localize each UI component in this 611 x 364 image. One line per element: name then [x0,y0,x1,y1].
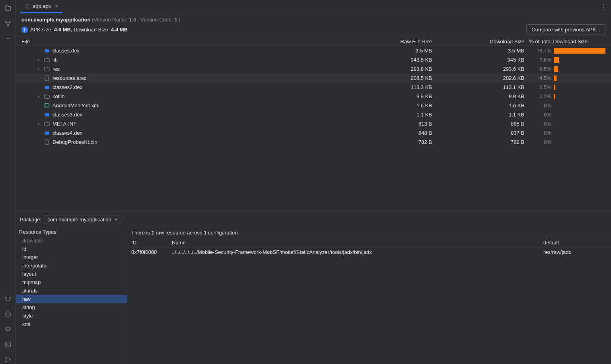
pct-value: 0% [527,130,551,136]
pct-value: 0% [527,103,551,108]
raw-size: 343.5 KB [337,57,440,63]
folder-icon [44,121,50,127]
file-name: META-INF [53,121,76,127]
vcs-icon[interactable] [4,355,12,364]
tab-label: app.apk [33,3,51,9]
resource-type-item[interactable]: layout [16,270,127,278]
resource-type-item[interactable]: mipmap [16,278,127,287]
pct-bar [551,112,607,118]
close-icon[interactable]: ✕ [55,4,58,9]
raw-size: 208.5 KB [337,75,440,81]
download-size: 3.5 MB [440,48,527,54]
pct-bar [551,57,607,63]
pct-value: 4.5% [527,75,551,81]
resource-type-item[interactable]: plurals [16,287,127,295]
download-size: 885 B [440,121,527,127]
arsc-icon [44,75,50,81]
col-header-pct[interactable]: % of Total Download Size [527,39,607,45]
resource-type-item[interactable]: xml [16,320,127,328]
file-row[interactable]: ›resources.arsc208.5 KB202.6 KB4.5% [16,74,611,83]
col-header-download[interactable]: Download Size [440,39,527,45]
res-id: 0x7f0f0000 [131,249,171,255]
tab-app-apk[interactable]: app.apk ✕ [21,0,62,13]
raw-size: 9.9 KB [337,93,440,99]
resource-type-item[interactable]: id [16,245,127,253]
pct-bar [551,48,607,54]
file-row[interactable]: ›classes3.dex1.1 KB1.1 KB0% [16,110,611,119]
inspect-icon[interactable] [4,325,12,334]
info-icon: i [21,27,28,33]
more-tools-icon[interactable]: ··· [4,34,12,43]
col-header-file[interactable]: File [16,39,337,45]
res-col-id[interactable]: ID [131,240,171,246]
package-select[interactable]: com.example.myapplication [44,215,121,224]
svg-rect-4 [5,342,11,347]
resource-type-item[interactable]: drawable [16,236,127,245]
file-row[interactable]: ›classes.dex3.5 MB3.5 MB78.7% [16,46,611,55]
file-row[interactable]: ›classes4.dex848 B837 B0% [16,128,611,137]
size-summary: APK size: 4.6 MB, Download Size: 4.4 MB [30,27,128,33]
chevron-right-icon[interactable]: › [36,66,41,72]
resource-type-item[interactable]: string [16,303,127,312]
folder-icon [44,66,50,72]
svg-rect-12 [45,113,49,116]
chevron-right-icon[interactable]: › [36,57,41,63]
resource-type-item[interactable]: style [16,312,127,320]
resource-type-item[interactable]: raw [16,295,127,303]
res-default: res/raw/jadx [543,249,607,255]
res-col-default[interactable]: default [543,240,607,246]
arsc-icon [44,139,50,145]
file-row[interactable]: ›AndroidManifest.xml1.6 KB1.6 KB0% [16,101,611,110]
project-icon[interactable] [4,4,12,13]
file-row[interactable]: ›lib343.5 KB345 KB7.6% [16,55,611,64]
svg-point-2 [7,24,9,26]
resource-row[interactable]: 0x7f0f0000../../../../../../Mobile-Secur… [127,248,611,256]
file-row[interactable]: ›META-INF813 B885 B0% [16,119,611,128]
download-size: 113.1 KB [440,84,527,90]
resource-types-panel: Resource Types drawableidintegerinterpol… [16,227,127,364]
res-col-name[interactable]: Name [171,240,543,246]
tab-menu-icon[interactable]: ⋮ [600,2,607,11]
compare-apk-button[interactable]: Compare with previous APK... [526,24,605,35]
problems-icon[interactable] [4,310,12,319]
file-name: kotlin [53,93,64,99]
cat-icon[interactable] [4,295,12,304]
download-size: 1.1 KB [440,112,527,118]
raw-size: 1.6 KB [337,103,440,108]
pct-value: 0.2% [527,93,551,99]
download-size: 293.6 KB [440,66,527,72]
pct-bar [551,85,607,90]
terminal-icon[interactable] [4,340,12,349]
folder-icon [44,57,50,63]
dex-icon [44,130,50,136]
svg-rect-13 [45,132,49,135]
file-name: classes4.dex [53,130,82,136]
col-header-raw[interactable]: Raw File Size [337,39,440,45]
folder-icon [44,93,50,100]
file-name: classes2.dex [53,84,82,90]
pct-bar [551,130,607,136]
svg-point-0 [5,21,7,23]
chevron-right-icon[interactable]: › [36,93,41,99]
chevron-right-icon[interactable]: › [36,121,41,127]
svg-rect-8 [45,49,49,52]
file-row[interactable]: ›classes2.dex113.3 KB113.1 KB2.5% [16,83,611,92]
package-select-label: Package: [20,217,41,223]
file-row[interactable]: ›kotlin9.9 KB9.9 KB0.2% [16,92,611,101]
file-row[interactable]: ›res293.8 KB293.6 KB6.5% [16,64,611,74]
editor-tab-bar: app.apk ✕ ⋮ [16,0,611,14]
apk-header: com.example.myapplication (Version Name:… [16,14,611,37]
pct-value: 2.5% [527,84,551,90]
pct-value: 0% [527,112,551,118]
file-row[interactable]: ›DebugProbesKt.bin782 B782 B0% [16,137,611,147]
raw-size: 848 B [337,130,440,136]
resource-type-item[interactable]: interpolator [16,261,127,270]
file-name: classes.dex [53,48,80,54]
version-code: 1 [175,17,177,23]
raw-size: 782 B [337,139,440,145]
svg-point-1 [9,21,11,23]
resource-type-item[interactable]: integer [16,253,127,261]
structure-icon[interactable] [4,19,12,28]
version-name: 1.0 [129,17,136,23]
raw-size: 813 B [337,121,440,127]
